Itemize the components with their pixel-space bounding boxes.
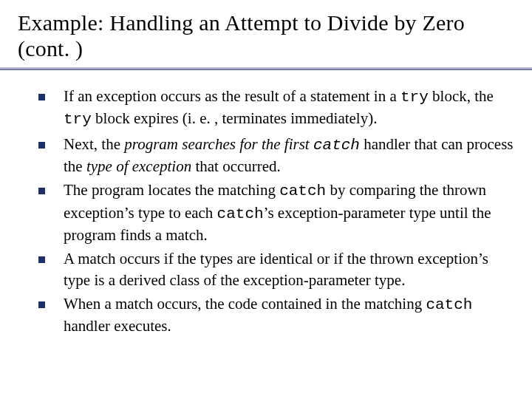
bullet-text: handler executes. bbox=[64, 317, 171, 335]
bullet-text: catch bbox=[426, 296, 472, 313]
bullet-text: that occurred. bbox=[191, 157, 281, 175]
bullet-item: A match occurs if the types are identica… bbox=[38, 248, 514, 290]
bullet-text: catch bbox=[279, 183, 326, 200]
bullet-text: catch bbox=[217, 205, 264, 222]
bullet-text: When a match occurs, the code contained … bbox=[64, 295, 426, 313]
bullet-text: program searches for the first bbox=[124, 135, 313, 153]
bullet-text: catch bbox=[313, 137, 360, 154]
bullet-text: type of exception bbox=[86, 157, 191, 175]
bullet-item: The program locates the matching catch b… bbox=[38, 180, 514, 245]
bullet-item: Next, the program searches for the first… bbox=[38, 134, 514, 177]
bullet-text: try bbox=[64, 111, 92, 128]
slide-title: Example: Handling an Attempt to Divide b… bbox=[18, 10, 514, 61]
bullet-list: If an exception occurs as the result of … bbox=[38, 86, 514, 337]
title-rule bbox=[0, 67, 532, 69]
bullet-item: When a match occurs, the code contained … bbox=[38, 293, 514, 337]
bullet-text: try bbox=[400, 89, 429, 106]
bullet-text: A match occurs if the types are identica… bbox=[64, 250, 488, 288]
bullet-text: The program locates the matching bbox=[64, 181, 279, 199]
bullet-text: block, the bbox=[429, 87, 494, 105]
bullet-text: Next, the bbox=[64, 135, 124, 153]
bullet-item: If an exception occurs as the result of … bbox=[38, 86, 514, 131]
bullet-text: If an exception occurs as the result of … bbox=[64, 87, 400, 105]
bullet-text: block expires (i. e. , terminates immedi… bbox=[92, 109, 378, 127]
